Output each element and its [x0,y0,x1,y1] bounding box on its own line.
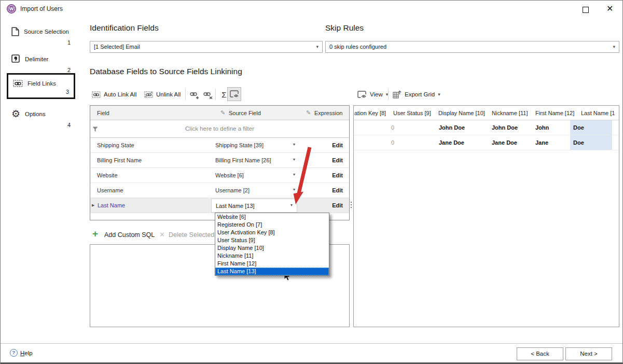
auto-link-all-button[interactable]: Auto Link All [92,88,136,101]
dropdown-option[interactable]: Website [6] [215,213,329,221]
help-icon[interactable]: ? [10,349,18,357]
user-status-cell: 0 [391,124,394,131]
table-row[interactable]: Website Website [6] ▾ Edit [90,168,349,183]
column-header: Display Name [10] [438,110,485,116]
remove-link-button[interactable] [202,89,214,101]
help-link[interactable]: Help [20,350,33,356]
chevron-down-icon[interactable]: ▾ [293,187,295,192]
close-icon[interactable]: ✕ [606,4,613,13]
chevron-down-icon: ▾ [613,44,615,49]
title-bar: W Import of Users ✕ [1,1,622,17]
chevron-down-icon: ▾ [290,203,293,207]
unlink-all-label: Unlink All [156,91,181,97]
dropdown-option[interactable]: Registered On [7] [215,221,329,229]
grid-header-row: ation Key [8] User Status [9] Display Na… [354,106,619,120]
field-links-icon [13,80,23,87]
edit-link[interactable]: Edit [332,202,343,208]
column-header: User Status [9] [393,110,431,116]
sidebar-item-label: Field Links [27,80,56,87]
table-row[interactable]: 0 John Doe John Doe John Doe [354,120,619,135]
column-header: Last Name [1 [581,110,615,116]
preview-grid: ation Key [8] User Status [9] Display Na… [353,105,619,327]
first-name-cell: John [535,124,549,131]
panel-splitter-handle[interactable] [351,202,352,208]
view-label: View [370,91,383,97]
source-field-editor-dropdown[interactable]: Last Name [13] ▾ [211,199,297,213]
display-name-cell: John Doe [439,124,465,131]
linking-heading: Database Fields to Source Fields Linkini… [90,67,242,76]
dropdown-value: [1 Selected] Email [94,44,140,50]
step-number: 4 [67,122,71,128]
field-cell: Website [97,172,118,178]
sidebar-item-field-links[interactable]: Field Links 3 [7,73,75,99]
preview-toggle-button[interactable] [227,87,241,101]
table-row[interactable]: 0 Jane Doe Jane Doe Jane Doe [354,135,619,150]
view-menu-button[interactable]: View ▾ [357,88,388,101]
dropdown-option[interactable]: User Activation Key [8] [215,229,329,236]
chevron-down-icon[interactable]: ▾ [293,172,295,177]
back-button[interactable]: < Back [517,347,563,360]
column-header: ation Key [8] [354,110,386,116]
sidebar-item-options[interactable]: ⚙ Options 4 [7,107,75,130]
toolbar-separator [215,89,216,100]
skip-rules-dropdown[interactable]: 0 skip rules configured ▾ [325,41,619,53]
table-row[interactable]: Shipping State Shipping State [39] ▾ Edi… [90,138,349,153]
unlink-all-button[interactable]: Unlink All [144,88,181,101]
field-cell: Billing First Name [97,157,142,163]
column-header-field[interactable]: Field [97,110,109,116]
edit-link[interactable]: Edit [332,157,343,163]
gear-icon: ⚙ [11,109,20,119]
quote-icon [11,54,20,63]
pencil-icon: ✎ [306,109,311,116]
preview-eye-icon [230,90,239,98]
toolbar-separator [388,89,389,100]
link-remove-icon [203,91,213,100]
dropdown-option[interactable]: Nickname [11] [215,252,329,260]
next-button[interactable]: Next > [565,347,612,360]
identification-fields-dropdown[interactable]: [1 Selected] Email ▾ [90,41,323,53]
export-grid-button[interactable]: Export Grid ▾ [393,88,440,101]
chevron-down-icon[interactable]: ▾ [293,157,295,162]
field-cell: Last Name [98,202,125,208]
chevron-down-icon: ▾ [316,44,319,49]
window-title: Import of Users [20,5,63,12]
column-header: First Name [12] [535,110,574,116]
edit-link[interactable]: Edit [332,142,343,148]
dropdown-option[interactable]: Display Name [10] [215,244,329,252]
sidebar-item-label: Source Selection [24,29,69,35]
delete-selected-button[interactable]: Delete Selected C [169,231,221,239]
toolbar-separator [185,89,186,100]
filter-placeholder: Click here to define a filter [90,125,349,132]
plus-icon: + [92,228,98,240]
dropdown-option[interactable]: User Status [9] [215,236,329,244]
filter-row[interactable]: Click here to define a filter [90,120,349,138]
sidebar-item-label: Options [25,111,46,117]
unlink-icon [144,91,153,98]
field-cell: Username [97,187,123,193]
sidebar-item-source-selection[interactable]: Source Selection 1 [7,24,75,47]
maximize-icon[interactable] [583,7,589,13]
dropdown-option[interactable]: First Name [12] [215,260,329,268]
column-header-expression[interactable]: Expression [314,110,342,116]
column-header: Nickname [11] [492,110,528,116]
link-add-icon [190,91,200,100]
dropdown-value: 0 skip rules configured [329,44,386,50]
sidebar-item-delimiter[interactable]: Delimiter 2 [7,52,75,75]
add-custom-sql-button[interactable]: Add Custom SQL [104,231,155,239]
add-link-button[interactable] [188,89,201,101]
edit-link[interactable]: Edit [332,172,343,178]
step-number: 2 [67,67,71,73]
user-status-cell: 0 [391,139,394,146]
display-name-cell: Jane Doe [439,139,464,146]
table-row[interactable]: Billing First Name Billing First Name [2… [90,153,349,168]
chevron-down-icon[interactable]: ▾ [293,142,295,147]
table-row[interactable]: Username Username [2] ▾ Edit [90,183,349,198]
edit-link[interactable]: Edit [332,187,343,193]
field-links-grid: Field ✎ Source Field ✎ Expression Click … [90,105,350,220]
import-users-dialog: W Import of Users ✕ Source Selection 1 D… [0,0,623,364]
table-row-selected[interactable]: ▶ Last Name Last Name [13] ▾ Edit [90,198,349,213]
step-number: 3 [66,89,69,95]
dropdown-option-selected[interactable]: Last Name [13] [215,268,329,275]
app-logo-icon: W [7,4,16,13]
column-header-source-field[interactable]: Source Field [229,110,261,116]
